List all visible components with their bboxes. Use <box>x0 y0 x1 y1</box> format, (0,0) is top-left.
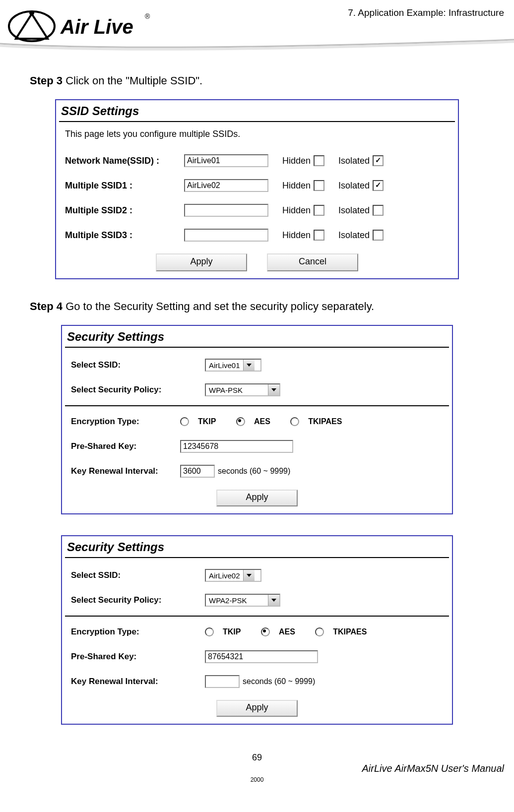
sec1-radio-tkip[interactable] <box>180 417 189 426</box>
ssid-buttons: Apply Cancel <box>59 248 455 275</box>
sec1-ssid-label: Select SSID: <box>71 360 205 370</box>
sec2-row-psk: Pre-Shared Key: <box>65 644 449 669</box>
hidden-checkbox-3[interactable] <box>314 230 324 241</box>
ssid-settings-panel: SSID Settings This page lets you configu… <box>55 99 459 279</box>
isolated-checkbox-2[interactable] <box>373 205 384 216</box>
isolated-label-1: Isolated <box>338 181 370 191</box>
sec2-radio-tkip-label: TKIP <box>223 627 241 636</box>
svg-text:Air Live: Air Live <box>60 16 133 38</box>
sec1-ssid-select[interactable]: AirLive01 <box>205 359 261 372</box>
sec2-enc-group: TKIP AES TKIPAES <box>205 627 385 637</box>
isolated-label-2: Isolated <box>338 205 370 216</box>
manual-title: AirLive AirMax5N User's Manual <box>0 763 514 774</box>
sec2-renew-input[interactable] <box>205 675 240 688</box>
ssid-settings-desc: This page lets you configure multiple SS… <box>59 127 455 148</box>
sec1-radio-tkipaes-label: TKIPAES <box>308 417 342 426</box>
sec1-radio-tkipaes[interactable] <box>290 417 299 426</box>
sec1-policy-label: Select Security Policy: <box>71 385 205 395</box>
sec1-radio-aes[interactable] <box>236 417 245 426</box>
sec1-renew-input[interactable] <box>180 465 215 478</box>
ssid-input-1[interactable] <box>184 179 268 192</box>
svg-point-1 <box>29 10 34 15</box>
sec1-row-ssid: Select SSID: AirLive01 <box>65 353 449 377</box>
sec2-psk-input[interactable] <box>205 650 318 663</box>
sec2-ssid-select[interactable]: AirLive02 <box>205 569 261 582</box>
step4-line: Step 4 Go to the Security Setting and se… <box>30 300 484 313</box>
security-title-2: Security Settings <box>65 538 449 558</box>
sec1-policy-select[interactable]: WPA-PSK <box>205 383 280 396</box>
apply-button[interactable]: Apply <box>156 253 247 271</box>
isolated-checkbox-0[interactable]: ✓ <box>373 155 384 166</box>
chevron-down-icon <box>243 360 255 371</box>
ssid-label-0: Network Name(SSID) : <box>65 156 184 166</box>
hidden-checkbox-0[interactable] <box>314 155 324 166</box>
isolated-label-0: Isolated <box>338 156 370 166</box>
sec2-radio-aes[interactable] <box>261 627 270 636</box>
sec2-policy-select[interactable]: WPA2-PSK <box>205 594 280 607</box>
hidden-label-0: Hidden <box>282 156 311 166</box>
page-header: 7. Application Example: Infrastructure A… <box>0 0 514 55</box>
sec1-radio-tkip-label: TKIP <box>198 417 216 426</box>
svg-text:®: ® <box>145 12 150 20</box>
step4-text: Go to the Security Setting and set the s… <box>63 300 374 312</box>
ssid-row-2: Multiple SSID2 : Hidden Isolated <box>59 198 455 223</box>
svg-point-0 <box>9 11 55 41</box>
step4-label: Step 4 <box>30 300 63 312</box>
sec2-psk-label: Pre-Shared Key: <box>71 652 205 662</box>
sec1-psk-label: Pre-Shared Key: <box>71 441 180 451</box>
chevron-down-icon <box>243 570 255 581</box>
hidden-checkbox-1[interactable] <box>314 180 324 191</box>
separator <box>65 616 449 617</box>
security-settings-panel-2: Security Settings Select SSID: AirLive02… <box>61 535 453 725</box>
sec1-ssid-value: AirLive01 <box>206 361 243 370</box>
ssid-label-3: Multiple SSID3 : <box>65 230 184 241</box>
sec2-row-enc: Encryption Type: TKIP AES TKIPAES <box>65 620 449 644</box>
sec1-row-psk: Pre-Shared Key: <box>65 434 449 459</box>
apply-button[interactable]: Apply <box>216 490 298 506</box>
page-number: 69 <box>0 752 514 763</box>
cancel-button[interactable]: Cancel <box>267 253 358 271</box>
sec1-row-policy: Select Security Policy: WPA-PSK <box>65 377 449 402</box>
sec2-radio-tkip[interactable] <box>205 627 214 636</box>
ssid-settings-title: SSID Settings <box>59 102 455 122</box>
sec2-buttons: Apply <box>65 694 449 721</box>
sec2-row-renew: Key Renewal Interval: seconds (60 ~ 9999… <box>65 669 449 694</box>
step3-text: Click on the "Multiple SSID". <box>63 74 202 87</box>
step3-line: Step 3 Click on the "Multiple SSID". <box>30 74 484 87</box>
hidden-checkbox-2[interactable] <box>314 205 324 216</box>
sec2-policy-label: Select Security Policy: <box>71 595 205 605</box>
separator <box>65 405 449 406</box>
sec2-ssid-value: AirLive02 <box>206 571 243 580</box>
hidden-label-3: Hidden <box>282 230 311 241</box>
footer-small: 2000 <box>0 776 514 783</box>
ssid-row-3: Multiple SSID3 : Hidden Isolated <box>59 223 455 248</box>
chapter-title: 7. Application Example: Infrastructure <box>348 7 504 18</box>
ssid-input-2[interactable] <box>184 204 268 217</box>
sec2-renew-unit: seconds (60 ~ 9999) <box>243 677 315 686</box>
sec1-row-renew: Key Renewal Interval: seconds (60 ~ 9999… <box>65 459 449 484</box>
security-settings-panel-1: Security Settings Select SSID: AirLive01… <box>61 325 453 514</box>
isolated-checkbox-3[interactable] <box>373 230 384 241</box>
hidden-label-2: Hidden <box>282 205 311 216</box>
sec1-policy-value: WPA-PSK <box>206 386 268 394</box>
ssid-label-1: Multiple SSID1 : <box>65 181 184 191</box>
ssid-input-3[interactable] <box>184 229 268 242</box>
sec1-row-enc: Encryption Type: TKIP AES TKIPAES <box>65 409 449 434</box>
apply-button[interactable]: Apply <box>216 700 298 717</box>
sec2-ssid-label: Select SSID: <box>71 570 205 580</box>
sec1-renew-unit: seconds (60 ~ 9999) <box>218 467 290 476</box>
sec2-row-policy: Select Security Policy: WPA2-PSK <box>65 588 449 613</box>
isolated-checkbox-1[interactable]: ✓ <box>373 180 384 191</box>
isolated-label-3: Isolated <box>338 230 370 241</box>
sec2-radio-tkipaes-label: TKIPAES <box>333 627 367 636</box>
sec2-renew-label: Key Renewal Interval: <box>71 677 205 687</box>
sec2-enc-label: Encryption Type: <box>71 627 205 637</box>
ssid-input-0[interactable] <box>184 154 268 167</box>
sec2-radio-tkipaes[interactable] <box>315 627 324 636</box>
sec1-radio-aes-label: AES <box>254 417 270 426</box>
ssid-row-1: Multiple SSID1 : Hidden Isolated ✓ <box>59 173 455 198</box>
sec1-renew-label: Key Renewal Interval: <box>71 466 180 476</box>
sec1-psk-input[interactable] <box>180 440 293 453</box>
sec2-row-ssid: Select SSID: AirLive02 <box>65 563 449 588</box>
sec2-radio-aes-label: AES <box>279 627 295 636</box>
